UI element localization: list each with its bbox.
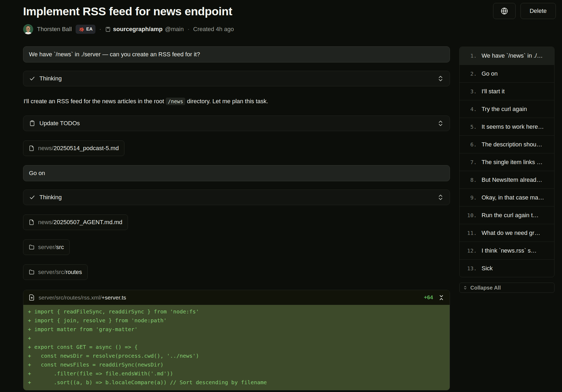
outline-item-number: 1. [463, 53, 477, 59]
outline-item-number: 8. [463, 177, 477, 183]
outline-item-5[interactable]: 5. It seems to work here… [460, 118, 554, 135]
file-icon [29, 219, 35, 225]
outline-item-number: 5. [463, 124, 477, 130]
amp-logo-icon [79, 26, 84, 32]
user-message: Go on [23, 165, 450, 181]
collapse-all-button[interactable]: Collapse All [459, 283, 554, 293]
assistant-text: I'll create an RSS feed for the news art… [24, 98, 166, 105]
diff-block: server/src/routes/rss.xml/+server.ts +64… [23, 290, 450, 390]
chevrons-up-down-icon [463, 286, 467, 290]
author-name: Thorsten Ball [37, 26, 72, 33]
diff-path-file: +server.ts [102, 294, 126, 301]
outline-item-label: It seems to work here… [482, 123, 544, 130]
assistant-message: I'll create an RSS feed for the news art… [24, 97, 449, 105]
folder-chip[interactable]: server/src/routes [23, 264, 88, 280]
diff-line: + const newsFiles = readdirSync(newsDir) [28, 360, 450, 369]
outline-item-8[interactable]: 8. But NewsItem alread… [460, 171, 554, 188]
file-icon [29, 145, 35, 151]
outline-item-label: Run the curl again t… [482, 212, 539, 219]
chevrons-up-down-icon[interactable] [437, 120, 444, 127]
globe-icon [500, 7, 508, 15]
outline-item-label: Okay, in that case ma… [482, 194, 544, 201]
chip-filename: 20250507_AGENT.md.md [53, 219, 122, 225]
outline-item-label: I'll start it [482, 88, 505, 95]
diff-path-dir: server/src/routes/rss.xml/ [39, 294, 102, 301]
collapse-all-label: Collapse All [470, 285, 501, 291]
chip-filename: src [56, 244, 64, 250]
added-lines-count: +64 [424, 294, 433, 301]
inline-code: /news [166, 98, 185, 105]
diff-line: + [28, 387, 450, 390]
chip-dir: news/ [38, 145, 53, 151]
page-title: Implement RSS feed for news endpoint [23, 5, 450, 18]
user-message: We have `/news` in ./server — can you cr… [23, 46, 450, 62]
outline-item-11[interactable]: 11. What do we need gr… [460, 224, 554, 242]
outline-item-9[interactable]: 9. Okay, in that case ma… [460, 188, 554, 206]
ea-badge: EA [76, 25, 96, 34]
chip-dir: server/src/ [38, 269, 66, 275]
chip-row: server/src/routes [23, 264, 450, 280]
repo-branch: @main [165, 26, 184, 33]
outline-item-label: But NewsItem alread… [482, 176, 542, 183]
diff-line: + import matter from 'gray-matter' [28, 325, 450, 334]
file-chip[interactable]: news/20250507_AGENT.md.md [23, 215, 128, 230]
chevrons-down-up-icon[interactable] [438, 294, 445, 301]
folder-icon [29, 244, 35, 250]
folder-chip[interactable]: server/src [23, 239, 70, 255]
chip-filename: routes [66, 269, 82, 275]
chip-dir: news/ [38, 219, 53, 225]
thinking-label: Thinking [39, 194, 62, 201]
repo-book-icon [105, 27, 111, 32]
outline-item-3[interactable]: 3. I'll start it [460, 82, 554, 100]
repo-name: sourcegraph/amp [113, 26, 163, 33]
outline-item-number: 13. [463, 265, 477, 272]
chip-row: news/20250507_AGENT.md.md [23, 215, 450, 230]
outline-item-number: 4. [463, 106, 477, 112]
outline-item-number: 2. [463, 71, 477, 77]
repo-link[interactable]: sourcegraph/amp@main [105, 26, 184, 33]
diff-line: + .filter(file => file.endsWith('.md')) [28, 369, 450, 378]
outline-item-2[interactable]: 2. Go on [460, 65, 554, 82]
outline-item-number: 6. [463, 141, 477, 148]
outline-item-number: 11. [463, 230, 477, 236]
outline-item-label: The description shou… [482, 141, 542, 148]
header-actions: Delete [493, 3, 556, 19]
separator-dot: · [99, 26, 101, 33]
avatar [23, 24, 33, 34]
separator-dot: · [187, 26, 189, 33]
ea-badge-label: EA [86, 27, 93, 32]
assistant-text: directory. Let me plan this task. [185, 98, 268, 105]
thinking-section[interactable]: Thinking [23, 71, 450, 86]
diff-header[interactable]: server/src/routes/rss.xml/+server.ts +64 [23, 290, 450, 305]
outline-item-10[interactable]: 10. Run the curl again t… [460, 206, 554, 224]
outline-item-7[interactable]: 7. The single item links … [460, 153, 554, 171]
outline-item-number: 9. [463, 194, 477, 201]
outline-item-4[interactable]: 4. Try the curl again [460, 100, 554, 118]
thread-outline-sidebar: 1. We have `/news` in ./… 2. Go on 3. I'… [459, 47, 554, 293]
thread-page: Delete Implement RSS feed for news endpo… [0, 0, 562, 392]
file-plus-icon [28, 294, 35, 301]
share-globe-button[interactable] [493, 3, 516, 19]
diff-line: + import { readFileSync, readdirSync } f… [28, 307, 450, 316]
outline-item-13[interactable]: 13. Sick [460, 259, 554, 277]
outline-item-6[interactable]: 6. The description shou… [460, 135, 554, 153]
outline-item-label: The single item links … [482, 159, 542, 166]
file-chip[interactable]: news/20250514_podcast-5.md [23, 140, 124, 156]
outline-item-label: Sick [482, 265, 493, 272]
chevrons-up-down-icon[interactable] [437, 75, 444, 82]
check-icon [29, 194, 35, 201]
update-todos-section[interactable]: Update TODOs [23, 116, 450, 131]
diff-line: + .sort((a, b) => b.localeCompare(a)) //… [28, 378, 450, 387]
outline-item-1[interactable]: 1. We have `/news` in ./… [460, 47, 554, 65]
update-todos-label: Update TODOs [39, 120, 80, 127]
outline-item-12[interactable]: 12. I think `news.rss` s… [460, 242, 554, 259]
diff-line: + export const GET = async () => { [28, 343, 450, 352]
author-row: Thorsten Ball EA · [23, 24, 450, 35]
delete-button[interactable]: Delete [520, 3, 556, 19]
thinking-section[interactable]: Thinking [23, 190, 450, 205]
outline-item-label: We have `/news` in ./… [482, 52, 543, 59]
created-timestamp: Created 4h ago [193, 26, 234, 33]
outline-item-label: Try the curl again [482, 106, 527, 113]
chevrons-up-down-icon[interactable] [437, 194, 444, 201]
chip-filename: 20250514_podcast-5.md [53, 145, 119, 151]
